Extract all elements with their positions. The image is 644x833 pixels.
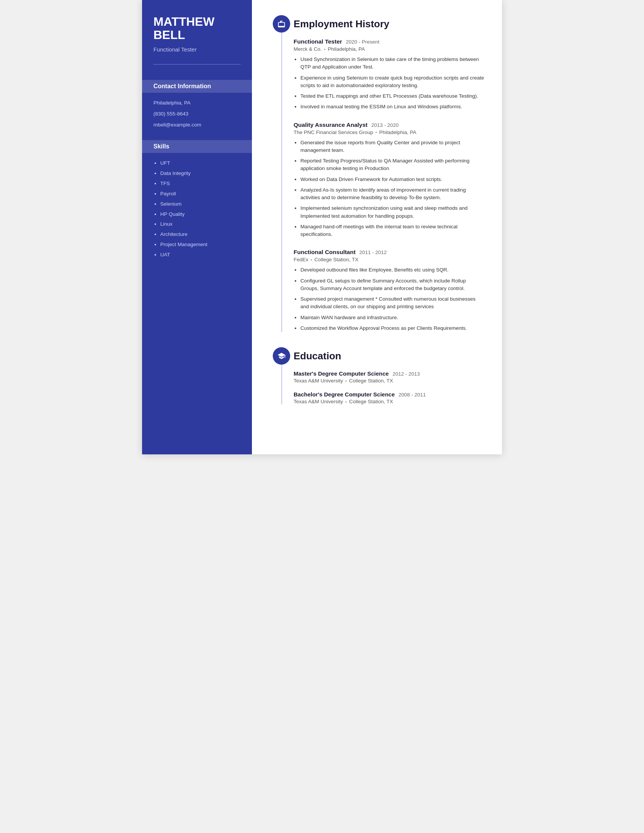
candidate-title: Functional Tester — [153, 46, 241, 65]
skill-item: HP Quality — [160, 211, 241, 218]
education-icon — [273, 347, 290, 365]
job-block: Functional Tester2020 - PresentMerck & C… — [294, 38, 485, 111]
job-bullet: Implemented selenium synchronization usi… — [300, 204, 485, 220]
job-company-line: The PNC Financial Services Group•Philade… — [294, 130, 485, 135]
skills-section-heading: Skills — [142, 140, 252, 153]
edu-dates: 2008 - 2011 — [399, 392, 426, 397]
job-title-line: Quality Assurance Analyst2013 - 2020 — [294, 122, 485, 129]
edu-location: College Station, TX — [349, 399, 393, 404]
skill-item: Payroll — [160, 190, 241, 198]
sidebar: MATTHEW BELL Functional Tester Contact I… — [142, 0, 252, 454]
job-bullets: Developed outbound files like Employee, … — [294, 266, 485, 332]
job-title: Quality Assurance Analyst — [294, 122, 367, 129]
employment-section: Employment History Functional Tester2020… — [273, 15, 485, 332]
job-bullet: Developed outbound files like Employee, … — [300, 266, 485, 274]
edu-school-line: Texas A&M University•College Station, TX — [294, 378, 485, 384]
skill-item: UAT — [160, 251, 241, 259]
job-block: Quality Assurance Analyst2013 - 2020The … — [294, 122, 485, 238]
edu-degree-line: Bachelor's Degree Computer Science2008 -… — [294, 391, 485, 397]
separator: • — [311, 257, 312, 262]
resume-container: MATTHEW BELL Functional Tester Contact I… — [142, 0, 502, 454]
skill-item: Linux — [160, 221, 241, 228]
skill-item: Project Management — [160, 241, 241, 248]
education-heading: Education — [294, 347, 485, 362]
job-bullet: Generated the issue reports from Quality… — [300, 139, 485, 154]
edu-block: Master's Degree Computer Science2012 - 2… — [294, 370, 485, 384]
contact-section-heading: Contact Information — [142, 80, 252, 93]
job-block: Functional Consultant2011 - 2012FedEx•Co… — [294, 249, 485, 332]
contact-location: Philadelphia, PA — [153, 100, 241, 107]
edu-degree: Bachelor's Degree Computer Science — [294, 391, 395, 397]
edu-block: Bachelor's Degree Computer Science2008 -… — [294, 391, 485, 404]
edu-dates: 2012 - 2013 — [393, 371, 420, 377]
job-bullet: Tested the ETL mappings and other ETL Pr… — [300, 92, 485, 100]
job-title-line: Functional Consultant2011 - 2012 — [294, 249, 485, 256]
separator: • — [375, 130, 377, 134]
edu-school: Texas A&M University — [294, 378, 343, 384]
skill-item: Selenium — [160, 201, 241, 208]
skill-item: Data Integrity — [160, 170, 241, 177]
job-company: FedEx — [294, 257, 308, 262]
job-bullets: Used Synchronization in Selenium to take… — [294, 56, 485, 111]
contact-email: mbell@example.com — [153, 122, 241, 129]
separator: • — [346, 379, 347, 383]
job-bullet: Involved in manual testing the ESSIM on … — [300, 103, 485, 111]
job-company: The PNC Financial Services Group — [294, 130, 373, 135]
job-bullet: Managed hand-off meetings with the inter… — [300, 223, 485, 238]
jobs-container: Functional Tester2020 - PresentMerck & C… — [294, 38, 485, 332]
separator: • — [346, 399, 347, 404]
candidate-name: MATTHEW BELL — [153, 15, 241, 42]
job-dates: 2013 - 2020 — [371, 122, 399, 128]
briefcase-svg — [277, 20, 286, 28]
job-company-line: FedEx•College Station, TX — [294, 257, 485, 262]
job-title: Functional Tester — [294, 38, 342, 45]
job-title-line: Functional Tester2020 - Present — [294, 38, 485, 45]
job-dates: 2020 - Present — [346, 39, 380, 45]
employment-icon — [273, 15, 290, 32]
job-title: Functional Consultant — [294, 249, 356, 256]
edu-degree: Master's Degree Computer Science — [294, 370, 389, 377]
job-company-line: Merck & Co.•Philadelphia, PA — [294, 46, 485, 52]
job-bullet: Worked on Data Driven Framework for Auto… — [300, 176, 485, 183]
skill-item: Architecture — [160, 231, 241, 238]
job-bullet: Analyzed As-Is system to identify areas … — [300, 186, 485, 202]
job-bullet: Maintain WAN hardware and infrastructure… — [300, 314, 485, 322]
education-section: Education Master's Degree Computer Scien… — [273, 347, 485, 404]
edu-school: Texas A&M University — [294, 399, 343, 404]
job-location: Philadelphia, PA — [328, 46, 365, 52]
skill-item: TFS — [160, 180, 241, 187]
edu-school-line: Texas A&M University•College Station, TX — [294, 399, 485, 404]
job-bullet: Customized the Workflow Approval Process… — [300, 325, 485, 332]
skills-section: Skills UFTData IntegrityTFSPayrollSeleni… — [153, 140, 241, 259]
employment-heading: Employment History — [294, 15, 485, 30]
separator: • — [324, 47, 325, 51]
job-bullet: Reported Testing Progress/Status to QA M… — [300, 157, 485, 173]
job-bullet: Experience in using Selenium to create q… — [300, 74, 485, 90]
job-bullet: Configured GL setups to define Summary A… — [300, 277, 485, 293]
contact-phone: (830) 555-8643 — [153, 111, 241, 118]
skills-list: UFTData IntegrityTFSPayrollSeleniumHP Qu… — [153, 160, 241, 259]
main-content: Employment History Functional Tester2020… — [252, 0, 502, 454]
job-location: Philadelphia, PA — [379, 130, 416, 135]
skill-item: UFT — [160, 160, 241, 167]
edu-degree-line: Master's Degree Computer Science2012 - 2… — [294, 370, 485, 377]
job-bullets: Generated the issue reports from Quality… — [294, 139, 485, 238]
graduation-svg — [277, 352, 286, 360]
job-bullet: Used Synchronization in Selenium to take… — [300, 56, 485, 71]
education-container: Master's Degree Computer Science2012 - 2… — [294, 370, 485, 404]
job-bullet: Supervised project management * Consulte… — [300, 295, 485, 311]
job-company: Merck & Co. — [294, 46, 322, 52]
edu-location: College Station, TX — [349, 378, 393, 384]
job-dates: 2011 - 2012 — [359, 249, 387, 255]
job-location: College Station, TX — [314, 257, 358, 262]
